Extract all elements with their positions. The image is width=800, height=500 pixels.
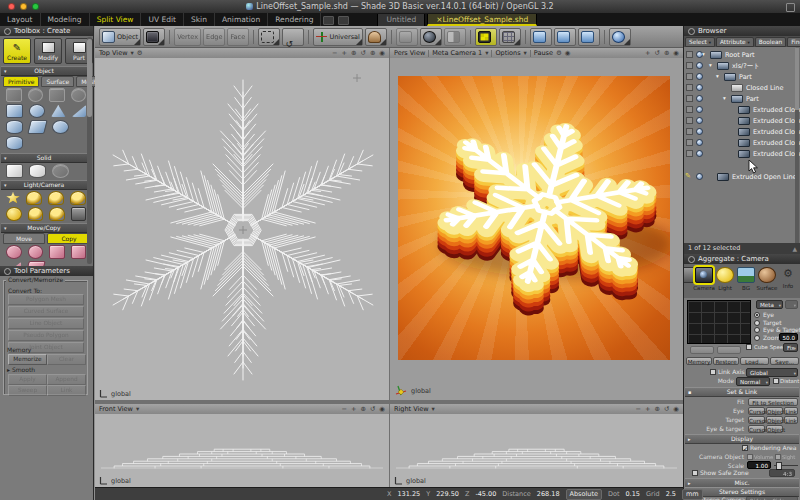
visibility-toggle-icon[interactable]: [686, 117, 693, 124]
meta-dropdown[interactable]: Meta▾: [756, 300, 783, 309]
panel-collapse-icon[interactable]: [688, 256, 695, 263]
link-axis-checkbox[interactable]: [710, 369, 716, 375]
tree-row-xls-[interactable]: ▾xls/?ート: [684, 60, 796, 71]
visibility-toggle-icon[interactable]: [686, 73, 693, 80]
sphere-primitive-icon[interactable]: [29, 104, 46, 118]
browser-scrollbar[interactable]: [795, 48, 799, 268]
grid-plane-icon[interactable]: [49, 88, 65, 102]
pers-view-canvas[interactable]: global: [390, 58, 683, 400]
eye-target-cursor-button[interactable]: Cursor: [748, 425, 765, 433]
toolbox-scrollbar[interactable]: [87, 37, 92, 264]
convert-pseudo-polygon-button[interactable]: Pseudo Polygon: [8, 330, 84, 341]
render-preview-button[interactable]: [609, 28, 631, 46]
panel-collapse-icon[interactable]: [688, 28, 695, 35]
visibility-toggle-icon[interactable]: [686, 51, 693, 58]
target-link-button[interactable]: Link: [784, 416, 798, 424]
layout-four-button[interactable]: [578, 28, 600, 46]
visibility-toggle-icon[interactable]: [686, 95, 693, 102]
sweep-button[interactable]: Sweep: [8, 385, 47, 396]
options-menu-icon[interactable]: ▾: [524, 48, 527, 58]
browser-header[interactable]: Browser: [684, 26, 800, 36]
zoom-tool-icon[interactable]: ⊕: [360, 404, 365, 414]
aggregate-header[interactable]: Aggregate : Camera: [684, 254, 800, 264]
toolbox-header[interactable]: Toolbox : Create: [0, 26, 93, 36]
open-box-icon[interactable]: [6, 164, 23, 178]
layout-one-button[interactable]: [530, 28, 552, 46]
translate-copy-icon[interactable]: [49, 245, 65, 259]
top-view-canvas[interactable]: [95, 58, 389, 400]
spot-light-icon[interactable]: [26, 191, 42, 205]
aggregate-tab-info[interactable]: Info: [778, 264, 798, 298]
browser-scroll-thumb[interactable]: [795, 48, 799, 110]
toolbox-scroll-thumb[interactable]: [87, 39, 92, 117]
tree-row-closed-line[interactable]: Closed Line: [684, 82, 796, 93]
rotate-copy-icon[interactable]: [28, 245, 44, 259]
preview-prev-button[interactable]: [690, 346, 714, 354]
modify-mode-button[interactable]: Modify: [34, 38, 62, 64]
arm-light-icon[interactable]: [28, 207, 44, 221]
pers-view-label[interactable]: Pers View: [394, 49, 425, 57]
boolean-cylinder-icon[interactable]: [29, 164, 46, 178]
workspace-tab-animation[interactable]: Animation: [215, 13, 268, 26]
right-view-label[interactable]: Right View: [394, 405, 429, 413]
unit-dropdown[interactable]: mm ▾: [682, 489, 703, 500]
sweep-curve-icon[interactable]: [52, 164, 69, 178]
section-move-copy[interactable]: ▾Move/Copy: [1, 223, 87, 233]
cone-primitive-icon[interactable]: [51, 105, 66, 117]
layout-two-button[interactable]: [554, 28, 576, 46]
tool-parameters-header[interactable]: Tool Parameters: [0, 266, 93, 276]
section-object[interactable]: ▾Object: [1, 66, 87, 76]
visibility-toggle-icon[interactable]: [686, 84, 693, 91]
zoom-out-icon[interactable]: −: [332, 48, 337, 58]
fit-to-selection-button[interactable]: Fit to Selection: [748, 398, 798, 406]
eye-link-button[interactable]: Link: [784, 407, 798, 415]
tab-move[interactable]: Move: [3, 233, 45, 244]
tab-lineoffset-sample[interactable]: ×LineOffset_Sample.shd: [427, 14, 537, 26]
cylinder-primitive-icon[interactable]: [6, 120, 23, 134]
tree-row-extruded-closed[interactable]: Extruded Closed: [684, 148, 796, 159]
right-viewport[interactable]: Right View ▾ − + ⊕ ↺ ◉ global: [390, 404, 683, 487]
stereo-mode-dropdown[interactable]: Side by Side▾: [746, 496, 798, 500]
convert-curved-surface-button[interactable]: Curved Surface: [8, 306, 84, 317]
active-item-marker-icon[interactable]: [685, 172, 691, 180]
pose-tool-button[interactable]: [365, 28, 387, 46]
target-cursor-button[interactable]: Cursor: [748, 416, 765, 424]
area-light-icon[interactable]: [70, 191, 86, 205]
fullscreen-icon[interactable]: [786, 3, 795, 12]
tree-row-extruded-open-line[interactable]: Extruded Open Line: [684, 171, 796, 182]
aggregate-tab-surface[interactable]: Surface: [757, 264, 777, 298]
magnify-icon[interactable]: ⊕: [664, 48, 669, 58]
section-solid[interactable]: ▾Solid: [1, 153, 87, 163]
view-menu-icon[interactable]: ▾: [432, 404, 435, 414]
browser-tab-find[interactable]: Find: [787, 37, 800, 47]
zoom-tool-icon[interactable]: ⊕: [654, 404, 659, 414]
target-object-button[interactable]: Object: [766, 416, 783, 424]
zoom-tool-icon[interactable]: ⊕: [351, 48, 356, 58]
toolbox-camera-icon[interactable]: [71, 207, 87, 221]
panel-collapse-icon[interactable]: [4, 268, 11, 275]
safe-zone-ratio-field[interactable]: 4:3: [769, 469, 795, 477]
eye-radio[interactable]: [754, 312, 760, 318]
front-view-canvas[interactable]: [95, 414, 389, 487]
browser-tab-select[interactable]: Select ▾: [685, 37, 715, 47]
workspace-tab-split-view[interactable]: Split View: [90, 13, 142, 26]
grid-options-button[interactable]: [499, 28, 521, 46]
expander-icon[interactable]: ▾: [723, 95, 726, 101]
edge-mode-button[interactable]: Edge: [203, 28, 225, 46]
expander-icon[interactable]: ▾: [709, 62, 712, 68]
duplicate-copy-icon[interactable]: [71, 245, 87, 259]
convert-polygon-mesh-button[interactable]: Polygon Mesh: [8, 294, 84, 305]
partial-tab-icon[interactable]: [683, 267, 694, 283]
visibility-toggle-icon[interactable]: [686, 150, 693, 157]
view-menu-icon[interactable]: ▾: [130, 48, 133, 58]
zoom-radio[interactable]: [754, 335, 760, 341]
tab-primitive[interactable]: Primitive: [3, 76, 39, 87]
rotate-view-icon[interactable]: ↺: [654, 48, 659, 58]
top-view-label[interactable]: Top View: [99, 49, 127, 57]
apply-button[interactable]: Apply: [8, 374, 47, 385]
visibility-toggle-icon[interactable]: [686, 62, 693, 69]
workspace-menu-icon[interactable]: [338, 16, 349, 25]
pers-settings-icon[interactable]: ⚙: [556, 48, 562, 58]
rotate-view-icon[interactable]: ↺: [360, 48, 365, 58]
link-button[interactable]: Link: [47, 385, 86, 396]
